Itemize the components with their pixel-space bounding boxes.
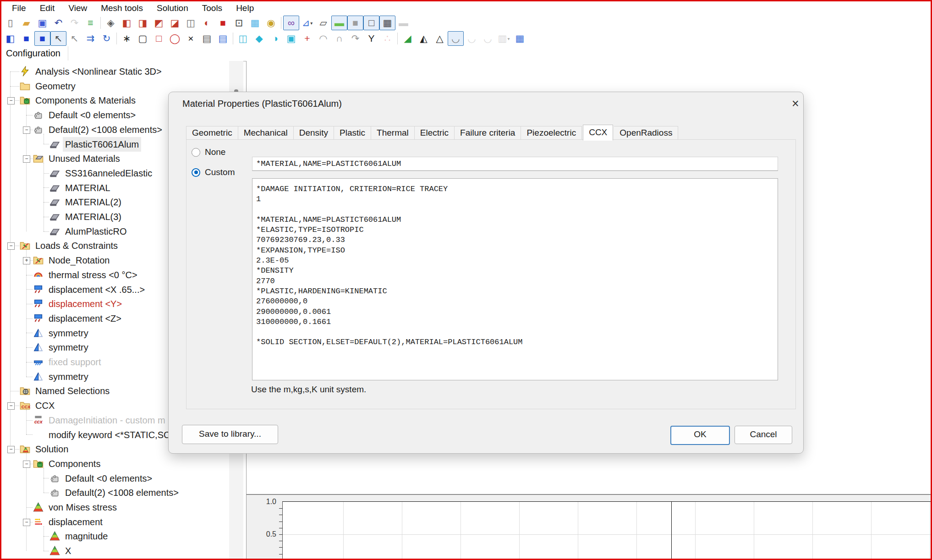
radio-row-custom[interactable]: Custom xyxy=(192,166,235,178)
tab-ccx[interactable]: CCX xyxy=(583,125,613,141)
zoom-window-icon[interactable]: ⊡ xyxy=(231,16,247,30)
collapse-icon[interactable]: − xyxy=(23,126,30,134)
tree-item[interactable]: −displacement xyxy=(1,515,229,529)
app-window: { "window": {"border_color": "#dd0808"},… xyxy=(0,0,932,560)
mirror-icon[interactable]: ◆ xyxy=(251,31,267,46)
time-cursor-line[interactable] xyxy=(671,502,672,559)
split-icon[interactable]: Y xyxy=(363,31,379,46)
select-circle-icon[interactable]: ↖ xyxy=(66,31,82,46)
mesh-view-icon[interactable]: ▦ xyxy=(379,16,395,30)
new-file-icon[interactable]: ▯ xyxy=(2,16,18,30)
menu-edit[interactable]: Edit xyxy=(33,2,62,15)
view-isometric-icon[interactable]: ◈ xyxy=(103,16,119,30)
view-back-icon[interactable]: ◨ xyxy=(135,16,151,30)
close-icon[interactable]: × xyxy=(786,96,805,112)
undo-icon[interactable]: ↶ xyxy=(50,16,66,30)
view-right-icon[interactable]: ◪ xyxy=(167,16,183,30)
select-add-icon[interactable]: ⇉ xyxy=(82,31,99,46)
tab-plastic[interactable]: Plastic xyxy=(334,126,371,140)
collapse-icon[interactable]: − xyxy=(7,402,15,410)
view-bottom-icon[interactable]: ◐ xyxy=(199,16,215,30)
tree-item[interactable]: von Mises stress xyxy=(1,500,229,515)
menu-view[interactable]: View xyxy=(61,2,94,15)
tree-item[interactable]: X xyxy=(1,544,229,558)
view-solid-icon[interactable]: ■ xyxy=(215,16,231,30)
save-icon[interactable]: ▣ xyxy=(34,16,50,30)
revolve-icon[interactable]: ◠ xyxy=(315,31,331,46)
zoom-fit-icon[interactable]: ◉ xyxy=(263,16,279,30)
mesh-sphere-icon[interactable]: ◯ xyxy=(167,31,183,46)
shaded-view-icon[interactable]: ■ xyxy=(347,16,363,30)
tab-electric[interactable]: Electric xyxy=(415,126,455,140)
node-xyz-icon[interactable]: ▤ xyxy=(199,31,215,46)
shaded-plate-icon[interactable]: ▬ xyxy=(331,16,347,30)
tab-thermal[interactable]: Thermal xyxy=(371,126,415,140)
apply-icon[interactable]: ≡ xyxy=(82,16,99,30)
collapse-icon[interactable]: − xyxy=(7,242,15,250)
dimensions-icon[interactable]: ⊿▾ xyxy=(299,16,315,30)
view-front-icon[interactable]: ◧ xyxy=(119,16,135,30)
show-parts-icon[interactable]: ▦ xyxy=(247,16,263,30)
region-icon[interactable]: □ xyxy=(151,31,167,46)
loft-icon[interactable]: ↷ xyxy=(347,31,363,46)
marquee-icon[interactable]: ▢ xyxy=(135,31,151,46)
tab-geometric[interactable]: Geometric xyxy=(186,126,238,140)
rotate-copy-icon[interactable]: ▣ xyxy=(283,31,299,46)
ok-button[interactable]: OK xyxy=(670,426,730,445)
sweep-icon[interactable]: ∩ xyxy=(331,31,347,46)
expand-icon[interactable]: + xyxy=(23,257,30,264)
extrude-icon[interactable]: ◧ xyxy=(2,31,18,46)
menu-mesh-tools[interactable]: Mesh tools xyxy=(94,2,150,15)
flip-icon[interactable]: ◑ xyxy=(267,31,283,46)
collapse-icon[interactable]: − xyxy=(23,155,30,163)
menu-tools[interactable]: Tools xyxy=(195,2,229,15)
none-radio[interactable] xyxy=(192,148,200,157)
tree-item[interactable]: −Components xyxy=(1,456,229,471)
collapse-icon[interactable]: − xyxy=(7,446,15,453)
collapse-icon[interactable]: − xyxy=(7,97,15,104)
collapse-icon[interactable]: − xyxy=(23,519,30,526)
move-nodes-icon[interactable]: ◫ xyxy=(235,31,251,46)
element-icon[interactable]: △ xyxy=(432,31,448,46)
solid-cube-icon[interactable]: ■ xyxy=(18,31,34,46)
tab-piezoelectric[interactable]: Piezoelectric xyxy=(521,126,582,140)
ccx-custom-code-editor[interactable]: *DAMAGE INITIATION, CRITERION=RICE TRACE… xyxy=(252,178,778,380)
node-list-icon[interactable]: ▤ xyxy=(215,31,231,46)
delete-icon[interactable]: × xyxy=(183,31,199,46)
tab-configuration[interactable]: Configuration xyxy=(1,46,68,60)
rotate-view-icon[interactable]: ↻ xyxy=(99,31,115,46)
deformed-icon[interactable]: ◡ xyxy=(448,31,464,46)
tree-item[interactable]: Analysis <Nonlinear Static 3D> xyxy=(1,64,229,79)
table-icon[interactable]: ▦ xyxy=(512,31,528,46)
quality-icon[interactable]: ◭ xyxy=(416,31,432,46)
material-name-field[interactable]: *MATERIAL,NAME=PLASTICT6061ALUM xyxy=(252,157,778,171)
tree-item[interactable]: magnitude xyxy=(1,529,229,544)
sketch-icon[interactable]: ▱ xyxy=(315,16,331,30)
tree-item[interactable]: Default(2) <1008 elements> xyxy=(1,485,229,500)
select-arrow-icon[interactable]: ↖ xyxy=(50,31,66,46)
open-file-icon[interactable]: ▰ xyxy=(18,16,34,30)
tab-mechanical[interactable]: Mechanical xyxy=(238,126,294,140)
node-icon[interactable]: ∗ xyxy=(119,31,135,46)
tab-openradioss[interactable]: OpenRadioss xyxy=(614,126,678,140)
tree-item[interactable]: Geometry xyxy=(1,79,229,93)
menu-file[interactable]: File xyxy=(5,2,33,15)
tab-density[interactable]: Density xyxy=(294,126,334,140)
collapse-icon[interactable]: − xyxy=(23,461,30,468)
view-left-icon[interactable]: ◩ xyxy=(151,16,167,30)
menu-solution[interactable]: Solution xyxy=(150,2,195,15)
tab-failure-criteria[interactable]: Failure criteria xyxy=(455,126,521,140)
wireframe-view-icon[interactable]: □ xyxy=(363,16,379,30)
refine-icon[interactable]: ◢ xyxy=(400,31,416,46)
radio-row-none[interactable]: None xyxy=(192,146,225,158)
view-top-icon[interactable]: ◫ xyxy=(183,16,199,30)
save-to-library-button[interactable]: Save to library... xyxy=(182,425,278,444)
workplane-icon[interactable]: ∞ xyxy=(283,16,299,30)
custom-radio[interactable] xyxy=(192,168,200,177)
symmetry-icon xyxy=(33,342,44,352)
menu-help[interactable]: Help xyxy=(229,2,261,15)
solid-cube-active-icon[interactable]: ■ xyxy=(34,31,50,46)
axis-tool-icon[interactable]: + xyxy=(299,31,315,46)
cancel-button[interactable]: Cancel xyxy=(735,426,792,444)
tree-item[interactable]: Default <0 elements> xyxy=(1,471,229,486)
